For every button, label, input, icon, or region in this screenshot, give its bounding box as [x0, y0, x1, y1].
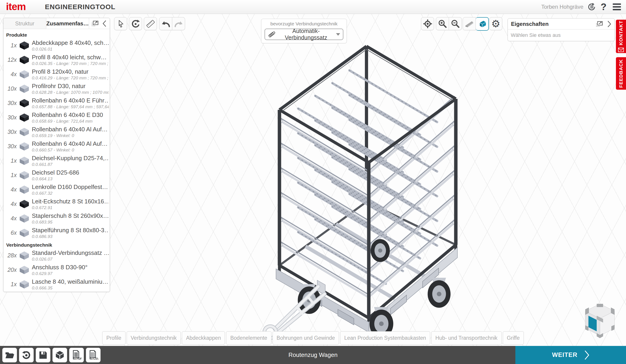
reset-project-button[interactable]	[19, 348, 34, 363]
part-name: Anschluss 8 D30-90°	[32, 264, 109, 271]
export-csv-button[interactable]: CSV	[86, 348, 101, 363]
part-qty: 4x	[3, 201, 17, 207]
popout-icon[interactable]	[596, 21, 603, 27]
part-detail: 0.0.672.91	[32, 205, 109, 210]
app-title: ENGINEERINGTOOL	[45, 3, 116, 11]
part-detail: 0.0.659.19 - Winkel: 0	[32, 133, 109, 138]
part-qty: 6x	[3, 230, 17, 236]
pdf-document-icon: PDF	[72, 350, 81, 360]
part-row[interactable]: 4x Leit-Eckschutz 8 St 160x16…0.0.672.91	[3, 197, 110, 211]
history-icon[interactable]	[587, 2, 597, 11]
part-detail: 0.0.416.29 - Länge: 720 mm ; 720 mm ; 12…	[32, 75, 109, 81]
zoom-in-button[interactable]	[436, 17, 449, 30]
profile-8-120x40-icon	[19, 69, 30, 79]
rotate-icon	[131, 19, 140, 28]
part-qty: 1x	[3, 281, 17, 288]
tab-zusammenfassung[interactable]: Zusammenfas…	[46, 18, 89, 29]
part-qty: 4x	[3, 71, 17, 78]
menu-icon[interactable]	[612, 2, 622, 11]
part-name: Lenkrolle D160 Doppelfest…	[32, 183, 109, 191]
part-row[interactable]: 4x Profil 8 120x40, natur0.0.416.29 - Lä…	[3, 67, 110, 81]
part-row[interactable]: 4x Staplerschuh 8 St 260x90x…0.0.683.95	[3, 211, 110, 226]
part-qty: 30x	[3, 114, 17, 121]
part-row[interactable]: 1x Lasche 8 40, weißaluminiu…0.0.666.35	[3, 277, 110, 292]
undo-button[interactable]	[159, 17, 172, 30]
csv-document-icon: CSV	[88, 350, 98, 360]
save-icon	[39, 351, 48, 360]
part-qty: 1x	[3, 172, 17, 178]
export-pdf-button[interactable]: PDF	[69, 348, 84, 363]
part-row[interactable]: 30x Rollenbahn 6 40x40 E Führ…0.0.657.88…	[3, 96, 110, 110]
part-detail: 0.0.661.87	[32, 162, 109, 167]
roller-rail-icon	[19, 113, 30, 122]
history-icon-glyph	[587, 2, 596, 11]
part-detail: 0.0.628.28 - Länge: 1070 mm ; 1070 mm	[32, 90, 109, 95]
part-row[interactable]: 4x Lenkrolle D160 Doppelfest…0.0.667.32	[3, 182, 110, 197]
open-project-button[interactable]	[2, 348, 17, 363]
part-qty: 28x	[3, 252, 17, 259]
roller-mount-icon	[19, 127, 30, 137]
tube-d30-icon	[19, 84, 30, 94]
part-row[interactable]: 1x Deichsel D25-6860.0.664.13	[3, 168, 110, 182]
part-qty: 12x	[3, 57, 17, 63]
part-row[interactable]: 30x Rollenbahn 6 40x40 E D300.0.658.69 -…	[3, 110, 110, 125]
popout-icon[interactable]	[91, 20, 99, 27]
help-icon[interactable]: ?	[598, 2, 609, 11]
weiter-button[interactable]: WEITER	[515, 346, 626, 364]
part-name: Standard-Verbindungssatz …	[32, 249, 109, 257]
part-name: Rollenbahn 6 40x40 Al Auf…	[32, 140, 109, 147]
part-name: Leit-Eckschutz 8 St 160x16…	[32, 198, 109, 205]
settings-button[interactable]: ⚙	[489, 17, 502, 30]
part-row[interactable]: 10x Profilrohr D30, natur0.0.628.28 - Lä…	[3, 81, 110, 96]
select-tool-button[interactable]	[114, 17, 127, 30]
pipe-connector-icon	[19, 265, 30, 275]
zoom-out-button[interactable]	[449, 17, 462, 30]
contact-tab[interactable]: KONTAKT	[616, 20, 626, 53]
part-detail: 0.0.660.57 - Winkel: 0	[32, 148, 109, 153]
tab-struktur[interactable]: Struktur	[3, 18, 46, 29]
feedback-tab[interactable]: FEEDBACK	[616, 57, 626, 90]
center-view-button[interactable]	[421, 17, 434, 30]
zoom-in-icon	[438, 19, 447, 28]
restore-icon	[22, 351, 31, 360]
category-tab[interactable]: Verbindungstechnik	[127, 331, 181, 345]
strap-plate-icon	[19, 280, 30, 289]
rotate-view-button[interactable]	[129, 17, 142, 30]
flat-view-button[interactable]	[463, 17, 476, 30]
undo-icon	[161, 20, 170, 28]
category-tab[interactable]: Abdeckkappen	[182, 331, 225, 345]
part-row[interactable]: 28x Standard-Verbindungssatz …0.0.026.07	[3, 248, 110, 263]
part-row[interactable]: 1x Abdeckkappe 8 40x40, sch…0.0.026.01	[3, 38, 110, 53]
part-row[interactable]: 6x Stapelführung 8 St 80x80-3…0.0.686.93	[3, 226, 110, 240]
category-tab[interactable]: Bohrungen und Gewinde	[273, 331, 339, 345]
model-wheel-rear	[371, 239, 390, 262]
save-button[interactable]	[36, 348, 50, 363]
part-row[interactable]: 30x Rollenbahn 6 40x40 Al Auf…0.0.660.57…	[3, 139, 110, 154]
collapse-right-icon[interactable]	[607, 21, 611, 28]
category-tab[interactable]: Hub- und Transporttechnik	[431, 331, 502, 345]
measure-tool-button[interactable]	[144, 17, 157, 30]
part-name: Abdeckkappe 8 40x40, sch…	[32, 39, 109, 46]
part-row[interactable]: 30x Rollenbahn 6 40x40 Al Auf…0.0.659.19…	[3, 125, 110, 139]
part-detail: 0.0.664.13	[32, 176, 109, 181]
part-row[interactable]: 1x Deichsel-Kupplung D25-74,…0.0.661.87	[3, 154, 110, 168]
fastener-set-icon	[19, 251, 30, 260]
part-row[interactable]: 20x Anschluss 8 D30-90°0.0.629.97	[3, 263, 110, 277]
chevron-down-icon	[336, 33, 340, 36]
corner-guard-icon	[19, 199, 30, 209]
part-qty: 4x	[3, 186, 17, 193]
header: item ENGINEERINGTOOL Torben Hohgräve ?	[0, 0, 626, 14]
category-tab[interactable]: Griffe	[503, 331, 524, 345]
connector-select[interactable]: Automatik-Verbindungssatz	[265, 29, 343, 40]
category-tab[interactable]: Bodenelemente	[226, 331, 271, 345]
solid-view-button[interactable]	[476, 17, 489, 31]
csv-label: CSV	[93, 357, 98, 360]
export-3d-button[interactable]	[52, 348, 67, 363]
part-detail: 0.0.683.95	[32, 220, 109, 225]
collapse-left-icon[interactable]	[102, 20, 107, 27]
category-tab[interactable]: Profile	[102, 331, 125, 345]
category-tab[interactable]: Lean Production Systembaukasten	[340, 331, 430, 345]
part-row[interactable]: 12x Profil 8 40x40 leicht, schw…0.0.026.…	[3, 53, 110, 67]
cursor-icon	[117, 20, 125, 28]
redo-button[interactable]	[172, 17, 185, 30]
